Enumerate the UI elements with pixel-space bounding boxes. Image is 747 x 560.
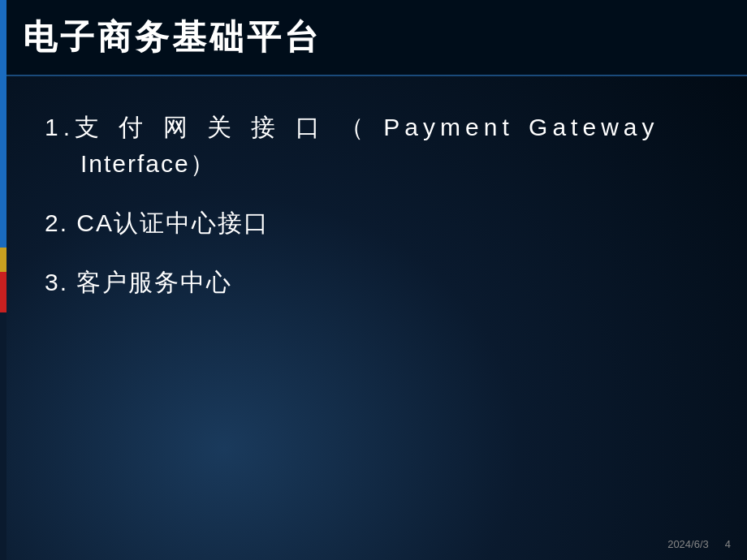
content-list: 1.支 付 网 关 接 口 （ Payment Gateway Interfac… (45, 109, 715, 300)
bar-bottom-dark (0, 312, 6, 560)
slide-title: 电子商务基础平台 (23, 15, 731, 60)
accent-bar (0, 0, 6, 560)
slide: 电子商务基础平台 1.支 付 网 关 接 口 （ Payment Gateway… (0, 0, 747, 560)
footer-date: 2024/6/3 (667, 538, 709, 550)
content-section: 1.支 付 网 关 接 口 （ Payment Gateway Interfac… (0, 76, 747, 560)
list-item: 2. CA认证中心接口 (45, 205, 715, 241)
list-item: 1.支 付 网 关 接 口 （ Payment Gateway Interfac… (45, 109, 715, 182)
bar-bottom-red (0, 272, 6, 312)
bar-mid (0, 248, 6, 272)
footer-page: 4 (725, 538, 731, 550)
item-1-line1: 1.支 付 网 关 接 口 （ Payment Gateway (45, 109, 715, 145)
list-item: 3. 客户服务中心 (45, 264, 715, 300)
footer: 2024/6/3 4 (667, 538, 731, 550)
title-section: 电子商务基础平台 (0, 0, 747, 76)
bar-top (0, 0, 6, 248)
item-1-line2: Interface） (45, 145, 715, 182)
